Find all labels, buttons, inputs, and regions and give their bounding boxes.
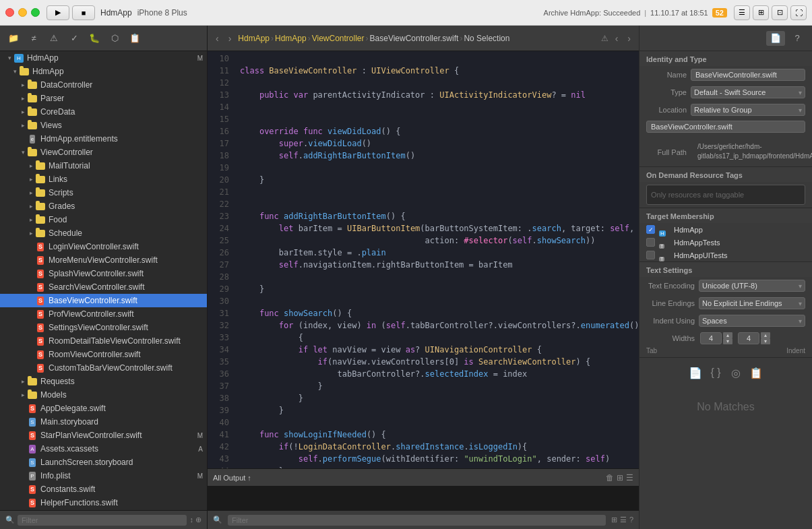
next-issue[interactable]: › bbox=[625, 32, 633, 45]
sidebar-item-root[interactable]: ▾ H HdmApp M bbox=[0, 51, 207, 65]
breadcrumb-viewcontroller[interactable]: ViewController bbox=[312, 34, 365, 43]
sidebar-item-launchscreen[interactable]: ▸ S LaunchScreen.storyboard bbox=[0, 456, 207, 469]
test-icon[interactable]: ✓ bbox=[66, 32, 82, 45]
sidebar-item-roomvc[interactable]: ▸ S RoomViewController.swift bbox=[0, 348, 207, 361]
add-file-icon[interactable]: 📄 bbox=[686, 363, 705, 382]
warning-badge[interactable]: 52 bbox=[712, 8, 727, 18]
inspector-filename-input[interactable] bbox=[646, 121, 805, 133]
sidebar-item-viewcontroller-folder[interactable]: ▾ ViewController bbox=[0, 146, 207, 159]
sidebar-item-moremenuvc[interactable]: ▸ S MoreMenuViewController.swift bbox=[0, 253, 207, 267]
list-icon[interactable]: ☰ bbox=[626, 473, 633, 483]
diff-icon[interactable]: ≠ bbox=[26, 32, 42, 45]
prev-issue[interactable]: ‹ bbox=[613, 32, 621, 45]
debug-icon[interactable]: 🐛 bbox=[86, 32, 102, 45]
sidebar-item-infoplist[interactable]: ▸ P Info.plist M bbox=[0, 469, 207, 483]
list-toggle-icon[interactable]: ☰ bbox=[620, 516, 627, 524]
sidebar-item-settingsvc[interactable]: ▸ S SettingsViewController.swift bbox=[0, 321, 207, 334]
tab-decrement-button[interactable]: ▾ bbox=[723, 338, 732, 344]
full-screen[interactable]: ⛶ bbox=[790, 5, 807, 20]
target-hdmapptests-checkbox[interactable] bbox=[646, 238, 655, 247]
sidebar-item-coredata[interactable]: ▸ CoreData bbox=[0, 105, 207, 119]
editor-toggle[interactable]: ⊞ bbox=[753, 5, 769, 20]
breadcrumb-hdmapp2[interactable]: HdmApp bbox=[275, 34, 307, 43]
inspector-help-icon[interactable]: ? bbox=[788, 31, 807, 46]
sidebar-item-scripts[interactable]: ▸ Scripts bbox=[0, 186, 207, 199]
indent-width-input[interactable] bbox=[738, 332, 759, 344]
sidebar-item-requests[interactable]: ▸ Requests bbox=[0, 375, 207, 388]
sidebar-item-basevc[interactable]: ▸ S BaseViewController.swift bbox=[0, 294, 207, 307]
inspector-toggle[interactable]: ⊡ bbox=[772, 5, 788, 20]
sidebar-item-food[interactable]: ▸ Food bbox=[0, 213, 207, 226]
arrow-icon: ▸ bbox=[27, 203, 35, 210]
stop-button[interactable]: ■ bbox=[72, 5, 95, 20]
target-hdmapp-checkbox[interactable]: ✓ bbox=[646, 225, 655, 234]
sidebar-item-mailtutorial[interactable]: ▸ MailTutorial bbox=[0, 159, 207, 173]
sidebar-item-hdmapp[interactable]: ▾ HdmApp bbox=[0, 65, 207, 78]
sidebar-item-mainstoryboard[interactable]: ▸ S Main.storyboard bbox=[0, 415, 207, 429]
play-button[interactable]: ▶ bbox=[46, 5, 69, 20]
sidebar-item-views[interactable]: ▸ Views bbox=[0, 119, 207, 132]
sidebar-item-loginvc[interactable]: ▸ S LoginViewController.swift bbox=[0, 240, 207, 253]
sidebar-item-assets[interactable]: ▸ A Assets.xcassets A bbox=[0, 442, 207, 456]
encoding-select[interactable]: Unicode (UTF-8) ▾ bbox=[699, 280, 805, 292]
sidebar-item-profvc[interactable]: ▸ S ProfViewController.swift bbox=[0, 307, 207, 321]
sidebar-item-models[interactable]: ▸ Models bbox=[0, 388, 207, 402]
tab-stepper: ▴ ▾ bbox=[700, 332, 732, 344]
breadcrumb-noselection[interactable]: No Selection bbox=[464, 34, 509, 43]
tab-increment-button[interactable]: ▴ bbox=[723, 332, 732, 338]
sidebar-item-starplan[interactable]: ▸ S StarPlanViewController.swift M bbox=[0, 429, 207, 442]
sidebar-item-parser[interactable]: ▸ Parser bbox=[0, 92, 207, 105]
target-hdmappuitests-checkbox[interactable] bbox=[646, 251, 655, 259]
inspector-type-select[interactable]: Default - Swift Source ▾ bbox=[691, 86, 805, 98]
inspector-name-input[interactable] bbox=[691, 69, 805, 81]
forward-nav-button[interactable]: › bbox=[226, 32, 235, 45]
target-hdmapp-row: ✓ H HdmApp bbox=[639, 223, 812, 236]
swift-icon-appdelegate: S bbox=[27, 404, 38, 413]
minimize-button[interactable] bbox=[18, 8, 27, 17]
output-label: All Output ↑ bbox=[213, 474, 251, 482]
maximize-button[interactable] bbox=[31, 8, 40, 17]
sidebar-item-constants[interactable]: ▸ S Constants.swift bbox=[0, 483, 207, 496]
sidebar-toggle[interactable]: ☰ bbox=[734, 5, 750, 20]
help-bottom-icon[interactable]: ? bbox=[629, 516, 633, 524]
indent-decrement-button[interactable]: ▾ bbox=[761, 338, 770, 344]
inspector-file-icon[interactable]: 📄 bbox=[766, 31, 785, 46]
back-nav-button[interactable]: ‹ bbox=[213, 32, 222, 45]
tab-width-input[interactable] bbox=[700, 332, 722, 344]
info-icon[interactable]: 📋 bbox=[747, 363, 766, 382]
trash-icon[interactable]: 🗑 bbox=[606, 473, 614, 483]
inspector-toolbar: 📄 ? bbox=[639, 26, 812, 51]
sidebar-item-links[interactable]: ▸ Links bbox=[0, 173, 207, 186]
breadcrumb-hdmapp[interactable]: HdmApp bbox=[238, 34, 270, 43]
sidebar-item-splashvc[interactable]: ▸ S SplashViewController.swift bbox=[0, 267, 207, 280]
sidebar-item-grades[interactable]: ▸ Grades bbox=[0, 199, 207, 213]
add-group-icon[interactable]: { } bbox=[706, 363, 725, 382]
sidebar-item-schedule[interactable]: ▸ Schedule bbox=[0, 226, 207, 240]
sidebar-item-datacontroller[interactable]: ▸ DataController bbox=[0, 78, 207, 92]
sidebar-item-searchvc[interactable]: ▸ S SearchViewController.swift bbox=[0, 280, 207, 294]
report-icon[interactable]: 📋 bbox=[127, 32, 143, 45]
on-demand-tags-input[interactable]: Only resources are taggable bbox=[646, 185, 805, 205]
sidebar-item-appdelegate[interactable]: ▸ S AppDelegate.swift bbox=[0, 402, 207, 415]
indent-increment-button[interactable]: ▴ bbox=[761, 332, 770, 338]
sidebar-label-search: SearchViewController.swift bbox=[49, 282, 145, 292]
indent-using-select[interactable]: Spaces ▾ bbox=[699, 315, 805, 327]
inspector-location-select[interactable]: Relative to Group ▾ bbox=[691, 104, 805, 116]
grid-toggle-icon[interactable]: ⊞ bbox=[611, 516, 617, 524]
sidebar-item-entitlements[interactable]: ▸ e HdmApp.entitlements bbox=[0, 132, 207, 146]
bottom-filter-input[interactable] bbox=[228, 515, 606, 526]
localize-icon[interactable]: ◎ bbox=[726, 363, 745, 382]
split-icon[interactable]: ⊞ bbox=[617, 473, 623, 483]
code-editor[interactable]: 1011121314 1516171819 2021222324 2526272… bbox=[208, 51, 639, 468]
folder-icon[interactable]: 📁 bbox=[5, 32, 22, 45]
line-endings-select[interactable]: No Explicit Line Endings ▾ bbox=[699, 297, 805, 309]
code-content[interactable]: class BaseViewController : UIViewControl… bbox=[235, 51, 639, 468]
sidebar-item-roomdetailvc[interactable]: ▸ S RoomDetailTableViewController.swift bbox=[0, 334, 207, 348]
filter-input[interactable] bbox=[18, 515, 187, 526]
breakpoint-icon[interactable]: ⬡ bbox=[106, 32, 123, 45]
warning-icon[interactable]: ⚠ bbox=[46, 32, 62, 45]
breadcrumb-basevc[interactable]: BaseViewController.swift bbox=[370, 34, 459, 43]
sidebar-item-helperfunctions[interactable]: ▸ S HelperFunctions.swift bbox=[0, 496, 207, 509]
close-button[interactable] bbox=[5, 8, 14, 17]
sidebar-item-customtabvc[interactable]: ▸ S CustomTabBarViewController.swift bbox=[0, 361, 207, 375]
